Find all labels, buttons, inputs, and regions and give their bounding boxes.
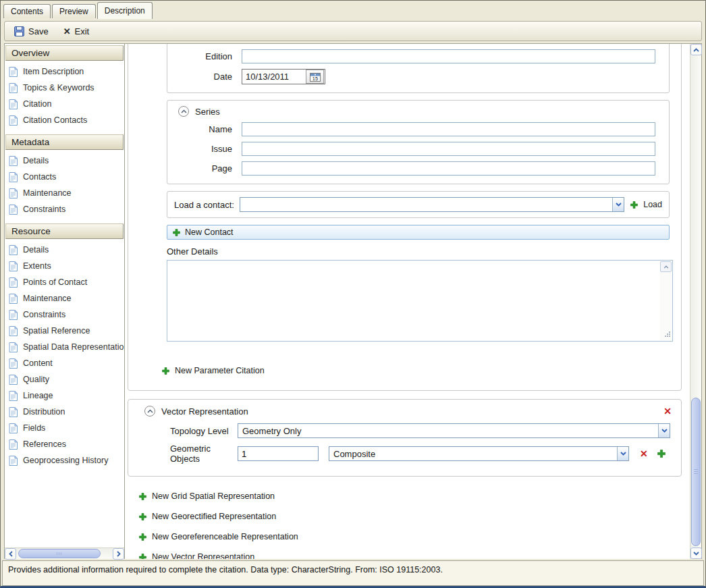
sidebar-item-lineage[interactable]: Lineage (5, 387, 124, 404)
load-contact-select[interactable] (240, 197, 624, 212)
new-grid-spatial-representation-link[interactable]: New Grid Spatial Representation (139, 486, 690, 506)
load-button[interactable]: Load (630, 200, 662, 209)
document-icon (9, 456, 18, 466)
textarea-scroll-up-button[interactable] (660, 261, 672, 272)
vector-representation-title: Vector Representation (161, 406, 248, 417)
date-input[interactable]: 10/13/2011 15 (242, 69, 325, 84)
section-title: Metadata (11, 137, 49, 147)
toolbar: Save ✕ Exit (4, 21, 702, 41)
collapse-vector-representation-button[interactable] (144, 406, 155, 417)
sidebar-item-spatial-data-representation[interactable]: Spatial Data Representation (5, 339, 124, 355)
new-contact-label: New Contact (185, 228, 234, 237)
status-bar: Provides additional information required… (2, 560, 704, 586)
tab-description[interactable]: Description (97, 2, 153, 19)
plus-icon (139, 513, 146, 520)
document-icon (9, 391, 18, 401)
other-details-textarea[interactable] (167, 261, 672, 341)
link-label: New Georeferenceable Representation (152, 532, 298, 541)
sidebar-item-metadata-details[interactable]: Details (5, 153, 124, 169)
series-page-input[interactable] (242, 161, 655, 176)
sidebar-item-references[interactable]: References (5, 436, 124, 452)
new-parameter-citation-link[interactable]: New Parameter Citation (162, 366, 681, 375)
collapse-series-button[interactable] (178, 106, 189, 117)
scroll-left-button[interactable] (5, 548, 16, 560)
calendar-button[interactable]: 15 (306, 70, 324, 84)
chevron-right-icon (117, 551, 121, 557)
new-contact-button[interactable]: New Contact (167, 225, 670, 240)
document-icon (9, 277, 18, 288)
scroll-right-button[interactable] (113, 548, 124, 560)
date-label: Date (167, 72, 232, 82)
section-header-metadata: Metadata (5, 134, 124, 150)
link-label: New Vector Representation (152, 552, 254, 559)
combo-dropdown-button[interactable] (617, 447, 628, 460)
plus-icon (162, 367, 169, 375)
sidebar-item-points-of-contact[interactable]: Points of Contact (5, 274, 124, 290)
sidebar-item-resource-constraints[interactable]: Constraints (5, 306, 124, 323)
combo-dropdown-button[interactable] (658, 424, 670, 437)
geometric-objects-type-select[interactable]: Composite (329, 446, 629, 461)
new-parameter-citation-label: New Parameter Citation (175, 366, 265, 375)
chevron-up-icon (181, 109, 187, 113)
sidebar-item-label: Details (23, 245, 49, 255)
date-row: Date 10/13/2011 15 (167, 69, 655, 84)
sidebar-item-metadata-maintenance[interactable]: Maintenance (5, 185, 124, 201)
sidebar-item-distribution[interactable]: Distribution (5, 404, 124, 420)
sidebar-item-quality[interactable]: Quality (5, 371, 124, 387)
sidebar-item-resource-maintenance[interactable]: Maintenance (5, 290, 124, 306)
topology-level-select[interactable]: Geometry Only (238, 423, 670, 438)
sidebar-item-label: Lineage (23, 391, 53, 400)
exit-button[interactable]: ✕ Exit (58, 24, 95, 38)
load-contact-group: Load a contact: Load (167, 191, 670, 218)
sidebar-item-geoprocessing-history[interactable]: Geoprocessing History (5, 452, 124, 469)
series-page-label: Page (167, 163, 232, 173)
sidebar-item-citation[interactable]: Citation (5, 96, 124, 112)
delete-vector-representation-button[interactable]: ✕ (663, 406, 672, 416)
geometric-objects-count-input[interactable] (238, 446, 319, 461)
textarea-scrollbar[interactable] (660, 261, 672, 340)
sidebar-item-label: Spatial Data Representation (23, 342, 124, 352)
link-label: New Grid Spatial Representation (152, 491, 275, 501)
document-icon (9, 407, 18, 417)
tab-strip: Contents Preview Description (1, 1, 705, 18)
series-group: Series Name Issue Page (167, 100, 670, 184)
series-issue-label: Issue (167, 144, 232, 154)
metadata-editor-window: Contents Preview Description Save ✕ Exit… (0, 0, 706, 588)
scroll-down-button[interactable] (690, 547, 702, 559)
sidebar-item-topics-keywords[interactable]: Topics & Keywords (5, 80, 124, 96)
exit-icon: ✕ (63, 26, 71, 36)
series-issue-input[interactable] (242, 142, 655, 156)
horizontal-scroll-thumb[interactable] (18, 549, 101, 558)
sidebar-item-metadata-constraints[interactable]: Constraints (5, 201, 124, 217)
new-georectified-representation-link[interactable]: New Georectified Representation (139, 506, 690, 527)
series-name-input[interactable] (242, 122, 655, 136)
horizontal-scroll-track[interactable] (16, 548, 113, 559)
sidebar-item-extents[interactable]: Extents (5, 258, 124, 274)
geometric-objects-label: Geometric Objects (170, 444, 238, 464)
sidebar-item-spatial-reference[interactable]: Spatial Reference (5, 323, 124, 339)
chevron-left-icon (9, 551, 13, 557)
geometric-objects-type-value: Composite (329, 447, 617, 460)
new-vector-representation-link[interactable]: New Vector Representation (139, 547, 690, 559)
tab-preview[interactable]: Preview (52, 4, 96, 18)
resize-grip-icon[interactable] (663, 329, 671, 340)
other-details-field (167, 260, 673, 342)
new-georeferenceable-representation-link[interactable]: New Georeferenceable Representation (139, 527, 690, 547)
link-label: New Georectified Representation (152, 512, 276, 521)
sidebar-item-content[interactable]: Content (5, 355, 124, 371)
vertical-scroll-thumb[interactable] (691, 398, 701, 546)
sidebar-item-citation-contacts[interactable]: Citation Contacts (5, 112, 124, 128)
add-geometric-object-button[interactable] (657, 450, 666, 458)
combo-dropdown-button[interactable] (612, 198, 624, 211)
edition-input[interactable] (242, 49, 655, 63)
save-button[interactable]: Save (9, 24, 54, 38)
sidebar-item-fields[interactable]: Fields (5, 420, 124, 436)
sidebar-item-item-description[interactable]: Item Description (5, 63, 124, 80)
delete-geometric-object-button[interactable]: ✕ (640, 449, 648, 458)
tab-contents[interactable]: Contents (3, 4, 51, 18)
scroll-up-button[interactable] (690, 44, 702, 55)
vertical-scroll-track[interactable] (690, 55, 701, 547)
sidebar-item-metadata-contacts[interactable]: Contacts (5, 169, 124, 185)
sidebar-item-resource-details[interactable]: Details (5, 242, 124, 258)
document-icon (9, 156, 18, 166)
